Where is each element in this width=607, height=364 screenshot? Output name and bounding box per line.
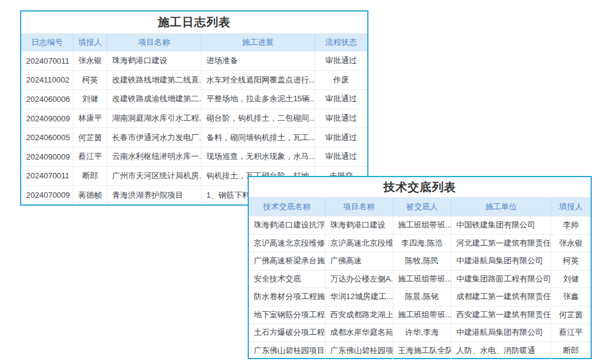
table-row: 2024060005何芷茵长春市伊通河水力发电厂...备料，砌间墙钩机排土，瓦工… (21, 128, 367, 147)
project-name-link[interactable]: 华润12城房建工... (325, 288, 393, 306)
project-name-link[interactable]: 西安成都路龙湖上... (325, 306, 393, 324)
project-name-link[interactable]: 京沪高速北京段维修 (325, 234, 393, 252)
project-name-link[interactable]: 改建铁路成渝线增建第二... (107, 90, 201, 109)
disclosure-name-link[interactable]: 广佛高速桥梁承台施... (249, 252, 325, 271)
table-row: 2024070011张永银珠海鹤港口建设进场准备审批通过 (21, 52, 367, 71)
disclosure-name-link[interactable]: 广东佛山碧桂园项目... (249, 342, 325, 360)
log-id-link[interactable]: 2024090009 (21, 109, 73, 128)
recipient-text: 许华,李海 (393, 324, 451, 342)
progress-text: 现场巡查，无积水现象，水马... (201, 147, 314, 166)
reporter-link[interactable]: 蔡江平 (73, 147, 107, 166)
project-name-link[interactable]: 云南水利枢纽潜明水库一... (107, 147, 201, 166)
table-row: 广佛高速桥梁承台施...广佛高速陈牧,陈民中建港航局集团有限公司柯英 (249, 252, 591, 271)
status-badge: 审批通过 (314, 128, 367, 147)
progress-text: 进场准备 (201, 52, 314, 71)
tech-disclosure-panel: 技术交底列表 技术交底名称项目名称被交底人施工单位填报人 珠海鹤港口建设抗浮..… (248, 176, 592, 359)
construction-unit-text: 河北建工第一建筑有限责任公司 (451, 234, 551, 252)
reporter-link[interactable]: 何芷茵 (551, 306, 591, 324)
reporter-link[interactable]: 刘健 (551, 270, 591, 288)
construction-unit-text: 中建港航局集团有限公司 (451, 324, 551, 342)
project-name-link[interactable]: 广州市天河区统计局机房... (107, 166, 201, 186)
reporter-link[interactable]: 林康平 (73, 109, 107, 128)
log-column-header: 施工进展 (201, 34, 314, 52)
project-name-link[interactable]: 广东佛山碧桂园项目 (325, 342, 393, 360)
table-row: 京沪高速北京段维修...京沪高速北京段维修李四海,陈浩河北建工第一建筑有限责任公… (249, 234, 591, 252)
construction-log-title: 施工日志列表 (21, 12, 367, 34)
log-id-link[interactable]: 2024070011 (21, 52, 73, 71)
table-row: 2024090009蔡江平云南水利枢纽潜明水库一...现场巡查，无积水现象，水马… (21, 147, 367, 166)
log-column-header: 流程状态 (314, 34, 367, 52)
table-row: 防水卷材分项工程施...华润12城房建工...陈晨,陈铭成都建工第一建筑有限责任… (249, 288, 591, 306)
reporter-link[interactable]: 蒋德帧 (73, 186, 107, 205)
progress-text: 水车对全线遮阳网覆盖点进行... (201, 70, 314, 90)
project-name-link[interactable]: 广佛高速 (325, 252, 393, 271)
log-id-link[interactable]: 2024110002 (21, 70, 73, 90)
table-row: 2024090009林康平湖南洞庭湖水库引水工程...砌台阶，钩机排土，二包砌间… (21, 109, 367, 128)
tech-disclosure-body: 珠海鹤港口建设抗浮...珠海鹤港口建设施工班组带班...中国铁建集团有限公司李帅… (249, 217, 591, 360)
construction-unit-text: 成都建工第一建筑有限责任公司 (451, 288, 551, 306)
recipient-text: 施工班组带班... (393, 217, 451, 235)
reporter-link[interactable]: 张永银 (551, 234, 591, 252)
progress-text: 砌台阶，钩机排土，二包砌间... (201, 109, 314, 128)
reporter-link[interactable]: 柯英 (73, 70, 107, 90)
project-name-link[interactable]: 长春市伊通河水力发电厂... (107, 128, 201, 147)
recipient-text: 施工班组带班... (393, 270, 451, 288)
status-badge: 审批通过 (314, 52, 367, 71)
recipient-text: 王海施工队全队 (393, 342, 451, 360)
construction-unit-text: 中国铁建集团有限公司 (451, 217, 551, 235)
reporter-link[interactable]: 李帅 (551, 217, 591, 235)
disclosure-column-header: 技术交底名称 (249, 198, 325, 217)
construction-unit-text: 中建集团路面工程有限公司 (451, 270, 551, 288)
project-name-link[interactable]: 万达办公楼左侧A... (325, 270, 393, 288)
disclosure-name-link[interactable]: 土石方爆破分项工程... (249, 324, 325, 342)
reporter-link[interactable]: 刘健 (73, 90, 107, 109)
table-row: 安全技术交底万达办公楼左侧A...施工班组带班...中建集团路面工程有限公司刘健 (249, 270, 591, 288)
construction-unit-text: 西安建工第一建筑有限责任公司 (451, 306, 551, 324)
log-id-link[interactable]: 2024070011 (21, 166, 73, 186)
project-name-link[interactable]: 成都水岸华庭名苑... (325, 324, 393, 342)
reporter-link[interactable]: 张永银 (73, 52, 107, 71)
project-name-link[interactable]: 湖南洞庭湖水库引水工程... (107, 109, 201, 128)
log-column-header: 项目名称 (107, 34, 201, 52)
recipient-text: 施工班组带班... (393, 306, 451, 324)
construction-unit-text: 中建港航局集团有限公司 (451, 252, 551, 271)
tech-disclosure-title: 技术交底列表 (249, 177, 591, 198)
disclosure-column-header: 填报人 (551, 198, 591, 217)
reporter-link[interactable]: 断郎 (551, 342, 591, 360)
status-badge: 审批通过 (314, 90, 367, 109)
disclosure-column-header: 被交底人 (393, 198, 451, 217)
progress-text: 平整场地，拉走多余泥土15辆... (201, 90, 314, 109)
recipient-text: 陈牧,陈民 (393, 252, 451, 271)
progress-text: 备料，砌间墙钩机排土，瓦工... (201, 128, 314, 147)
log-id-link[interactable]: 2024060005 (21, 128, 73, 147)
log-id-link[interactable]: 2024060006 (21, 90, 73, 109)
disclosure-name-link[interactable]: 珠海鹤港口建设抗浮... (249, 217, 325, 235)
tech-disclosure-table: 技术交底名称项目名称被交底人施工单位填报人 珠海鹤港口建设抗浮...珠海鹤港口建… (249, 198, 591, 360)
reporter-link[interactable]: 蔡江平 (551, 324, 591, 342)
project-name-link[interactable]: 珠海鹤港口建设 (325, 217, 393, 235)
disclosure-name-link[interactable]: 安全技术交底 (249, 270, 325, 288)
disclosure-column-header: 施工单位 (451, 198, 551, 217)
disclosure-name-link[interactable]: 防水卷材分项工程施... (249, 288, 325, 306)
construction-unit-text: 人防、水电、消防暖通 (451, 342, 551, 360)
log-column-header: 填报人 (73, 34, 107, 52)
reporter-link[interactable]: 柯英 (551, 252, 591, 271)
reporter-link[interactable]: 张鑫 (551, 288, 591, 306)
tech-disclosure-header-row: 技术交底名称项目名称被交底人施工单位填报人 (249, 198, 591, 217)
recipient-text: 陈晨,陈铭 (393, 288, 451, 306)
disclosure-name-link[interactable]: 地下室钢筋分项工程... (249, 306, 325, 324)
log-id-link[interactable]: 2024090009 (21, 147, 73, 166)
table-row: 珠海鹤港口建设抗浮...珠海鹤港口建设施工班组带班...中国铁建集团有限公司李帅 (249, 217, 591, 235)
table-row: 2024110002柯英改建铁路线增建第二线直...水车对全线遮阳网覆盖点进行.… (21, 70, 367, 90)
log-id-link[interactable]: 2024070009 (21, 186, 73, 205)
project-name-link[interactable]: 青海洪湖养护院项目 (107, 186, 201, 205)
recipient-text: 李四海,陈浩 (393, 234, 451, 252)
table-row: 2024060006刘健改建铁路成渝线增建第二...平整场地，拉走多余泥土15辆… (21, 90, 367, 109)
project-name-link[interactable]: 改建铁路线增建第二线直... (107, 70, 201, 90)
project-name-link[interactable]: 珠海鹤港口建设 (107, 52, 201, 71)
reporter-link[interactable]: 何芷茵 (73, 128, 107, 147)
status-badge: 作废 (314, 70, 367, 90)
reporter-link[interactable]: 断郎 (73, 166, 107, 186)
log-column-header: 日志编号 (21, 34, 73, 52)
disclosure-name-link[interactable]: 京沪高速北京段维修... (249, 234, 325, 252)
